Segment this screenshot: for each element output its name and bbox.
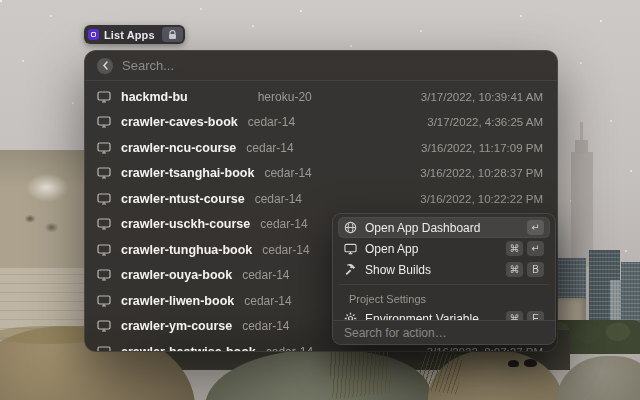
action-label: Open App Dashboard [365, 221, 480, 235]
action-menu-item[interactable]: Open App Dashboard↵ [338, 217, 550, 238]
keycap: ⌘ [506, 262, 523, 277]
lock-icon [162, 27, 183, 42]
action-menu-list: Open App Dashboard↵Open App⌘↵Show Builds… [333, 214, 555, 329]
monitor-icon [97, 116, 111, 128]
monitor-icon [344, 243, 357, 255]
list-item[interactable]: crawler-ncu-coursecedar-143/16/2022, 11:… [85, 135, 557, 161]
app-name: crawler-ym-course [121, 319, 232, 333]
film-grain-specks [0, 0, 2, 2]
keycap: ↵ [527, 220, 544, 235]
search-bar: Search... [85, 51, 557, 81]
chevron-left-icon [102, 61, 109, 70]
hammer-icon [344, 263, 357, 276]
app-name: crawler-tsanghai-book [121, 166, 254, 180]
app-updated-date: 3/16/2022, 8:07:27 PM [427, 346, 543, 351]
shortcut-keys: ↵ [527, 220, 544, 235]
menu-section-label: Project Settings [338, 289, 550, 308]
list-item[interactable]: crawler-ntust-coursecedar-143/16/2022, 1… [85, 186, 557, 212]
monitor-icon [97, 193, 111, 205]
app-stack: cedar-14 [248, 115, 295, 129]
action-menu-item[interactable]: Open App⌘↵ [338, 238, 550, 259]
monitor-icon [97, 320, 111, 332]
action-label: Show Builds [365, 263, 431, 277]
shortcut-keys: ⌘↵ [506, 241, 544, 256]
action-menu-item[interactable]: Show Builds⌘B [338, 259, 550, 280]
app-name: hackmd-bu [121, 90, 188, 104]
dry-grass [417, 349, 462, 394]
app-stack: cedar-14 [260, 217, 307, 231]
monitor-icon [97, 244, 111, 256]
app-name: crawler-caves-book [121, 115, 238, 129]
command-pill-list-apps[interactable]: List Apps [84, 25, 185, 44]
app-stack: cedar-14 [262, 243, 309, 257]
app-updated-date: 3/16/2022, 10:28:37 PM [420, 167, 543, 179]
app-updated-date: 3/17/2022, 4:36:25 AM [427, 116, 543, 128]
app-name: crawler-usckh-course [121, 217, 250, 231]
search-input[interactable]: Search... [122, 58, 174, 73]
app-stack: cedar-14 [246, 141, 293, 155]
action-search-input[interactable]: Search for action… [344, 326, 447, 340]
app-stack: cedar-14 [255, 192, 302, 206]
app-stack: cedar-14 [242, 268, 289, 282]
app-stack: cedar-14 [266, 345, 313, 351]
concrete-wall [0, 150, 86, 275]
monitor-icon [97, 142, 111, 154]
keycap: ↵ [527, 241, 544, 256]
app-stack: cedar-14 [264, 166, 311, 180]
app-name: crawler-bestwise-book [121, 345, 256, 351]
app-name: crawler-liwen-book [121, 294, 234, 308]
back-button[interactable] [97, 58, 113, 74]
app-name: crawler-ntust-course [121, 192, 245, 206]
monitor-icon [97, 91, 111, 103]
app-name: crawler-tunghua-book [121, 243, 252, 257]
action-label: Open App [365, 242, 418, 256]
list-item[interactable]: hackmd-buheroku-203/17/2022, 10:39:41 AM [85, 84, 557, 110]
keycap: B [527, 262, 544, 277]
app-name: crawler-ouya-book [121, 268, 232, 282]
action-menu: Open App Dashboard↵Open App⌘↵Show Builds… [332, 213, 556, 345]
app-updated-date: 3/16/2022, 10:22:22 PM [420, 193, 543, 205]
bird-silhouette [524, 359, 537, 367]
shortcut-keys: ⌘B [506, 262, 544, 277]
monitor-icon [97, 269, 111, 281]
monitor-icon [97, 218, 111, 230]
list-item[interactable]: crawler-caves-bookcedar-143/17/2022, 4:3… [85, 110, 557, 136]
monitor-icon [97, 167, 111, 179]
command-pill-label: List Apps [104, 29, 155, 41]
bird-silhouette [508, 360, 519, 367]
app-stack: heroku-20 [258, 90, 312, 104]
heroku-extension-icon [88, 29, 99, 40]
keycap: ⌘ [506, 241, 523, 256]
app-stack: cedar-14 [242, 319, 289, 333]
monitor-icon [97, 295, 111, 307]
globe-icon [344, 221, 357, 234]
action-search-bar[interactable]: Search for action… [333, 320, 555, 344]
monitor-icon [97, 346, 111, 351]
list-item[interactable]: crawler-tsanghai-bookcedar-143/16/2022, … [85, 161, 557, 187]
app-updated-date: 3/16/2022, 11:17:09 PM [421, 142, 543, 154]
app-name: crawler-ncu-course [121, 141, 236, 155]
app-updated-date: 3/17/2022, 10:39:41 AM [421, 91, 543, 103]
app-stack: cedar-14 [244, 294, 291, 308]
menu-divider [338, 284, 550, 285]
